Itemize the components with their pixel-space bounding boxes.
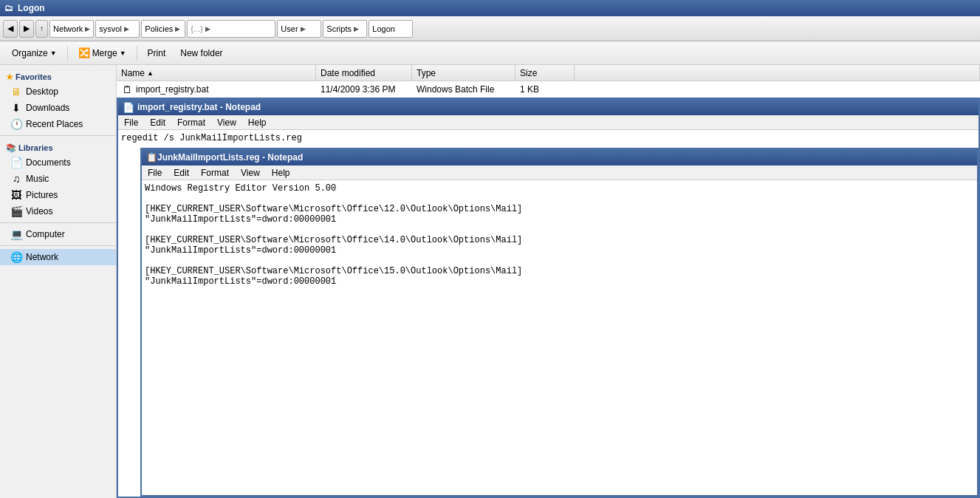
file-area: Name ▲ Date modified Type Size 🗒 import_… <box>117 65 980 498</box>
notepad-menubar-2: File Edit Format View Help <box>142 166 977 180</box>
sidebar-item-documents[interactable]: 📄 Documents <box>0 154 116 171</box>
notepad-menubar-1: File Edit Format View Help <box>118 115 979 130</box>
breadcrumb-sysvol-label: sysvol <box>99 24 122 33</box>
col-header-date[interactable]: Date modified <box>316 65 412 81</box>
col-header-name[interactable]: Name ▲ <box>117 65 316 81</box>
sidebar-item-computer[interactable]: 💻 Computer <box>0 226 116 242</box>
sidebar-item-network[interactable]: 🌐 Network <box>0 249 116 265</box>
music-label: Music <box>26 174 49 184</box>
organize-button[interactable]: Organize ▼ <box>6 44 63 62</box>
sidebar-item-music[interactable]: ♫ Music <box>0 171 116 187</box>
new-folder-label: New folder <box>180 48 222 58</box>
notepad-menu-edit-2[interactable]: Edit <box>168 166 195 180</box>
col-size-label: Size <box>520 68 537 78</box>
breadcrumb-user-label: User <box>281 24 298 33</box>
libraries-label: Libraries <box>18 143 52 152</box>
col-type-label: Type <box>417 68 436 78</box>
notepad-content-2[interactable]: Windows Registry Editor Version 5.00 [HK… <box>142 180 977 495</box>
libraries-icon: 📚 <box>6 143 16 152</box>
computer-icon: 💻 <box>10 228 22 240</box>
breadcrumb-network[interactable]: Network ▶ <box>49 20 94 38</box>
notepad-window-1[interactable]: 📄 import_registry.bat - Notepad File Edi… <box>117 98 980 498</box>
notepad-menu-help-2[interactable]: Help <box>266 166 296 180</box>
videos-icon: 🎬 <box>10 205 22 217</box>
breadcrumb-scripts[interactable]: Scripts ▶ <box>323 20 367 38</box>
computer-label: Computer <box>26 229 65 239</box>
breadcrumb: Network ▶ sysvol ▶ Policies ▶ {...} ▶ Us… <box>49 20 977 38</box>
col-header-size[interactable]: Size <box>515 65 575 81</box>
breadcrumb-logon[interactable]: Logon <box>369 20 413 38</box>
notepad-menu-view-2[interactable]: View <box>235 166 266 180</box>
star-icon: ★ <box>6 72 13 81</box>
file-date-0: 11/4/2009 3:36 PM <box>316 84 412 95</box>
breadcrumb-logon-label: Logon <box>372 24 395 33</box>
notepad-menu-format-2[interactable]: Format <box>195 166 235 180</box>
videos-label: Videos <box>26 206 52 216</box>
sidebar: ★ Favorites 🖥 Desktop ⬇ Downloads 🕐 Rece… <box>0 65 117 498</box>
file-size-0: 1 KB <box>515 84 575 95</box>
breadcrumb-arrow3: ▶ <box>175 25 180 33</box>
sidebar-item-recent[interactable]: 🕐 Recent Places <box>0 116 116 132</box>
recent-icon: 🕐 <box>10 118 22 130</box>
notepad-icon-2: 📋 <box>146 152 157 163</box>
network-icon: 🌐 <box>10 251 22 263</box>
breadcrumb-arrow6: ▶ <box>354 25 359 33</box>
breadcrumb-sysvol[interactable]: sysvol ▶ <box>95 20 140 38</box>
sidebar-divider1 <box>0 135 116 136</box>
sidebar-item-downloads[interactable]: ⬇ Downloads <box>0 100 116 116</box>
back-button[interactable]: ◀ <box>3 20 18 38</box>
documents-label: Documents <box>26 157 71 168</box>
breadcrumb-arrow2: ▶ <box>124 25 129 33</box>
notepad-help-label-2: Help <box>272 168 290 178</box>
notepad-menu-help-1[interactable]: Help <box>242 115 273 129</box>
downloads-icon: ⬇ <box>10 102 22 114</box>
print-button[interactable]: Print <box>142 44 172 62</box>
notepad-view-label-1: View <box>217 117 236 128</box>
new-folder-button[interactable]: New folder <box>174 44 228 62</box>
breadcrumb-user[interactable]: User ▶ <box>277 20 321 38</box>
column-headers: Name ▲ Date modified Type Size <box>117 65 980 81</box>
notepad-icon-1: 📄 <box>123 102 134 113</box>
merge-label: Merge <box>92 48 117 58</box>
merge-button[interactable]: 🔀 Merge ▼ <box>72 44 132 62</box>
notepad-menu-file-2[interactable]: File <box>142 166 168 180</box>
notepad-window-2[interactable]: 📋 JunkMailImportLists.reg - Notepad File… <box>140 148 979 497</box>
notepad-menu-file-1[interactable]: File <box>118 115 144 129</box>
favorites-header[interactable]: ★ Favorites <box>0 68 116 83</box>
libraries-header[interactable]: 📚 Libraries <box>0 139 116 154</box>
breadcrumb-policies[interactable]: Policies ▶ <box>141 20 185 38</box>
merge-icon: 🔀 <box>78 47 90 58</box>
music-icon: ♫ <box>10 173 22 185</box>
sidebar-item-pictures[interactable]: 🖼 Pictures <box>0 187 116 203</box>
notepad-edit-label-2: Edit <box>174 168 189 178</box>
up-button[interactable]: ↑ <box>35 20 48 38</box>
notepad-menu-view-1[interactable]: View <box>211 115 242 129</box>
merge-arrow: ▼ <box>120 50 126 57</box>
notepad-title-1: 📄 import_registry.bat - Notepad <box>118 99 979 115</box>
bat-file-icon: 🗒 <box>121 83 133 95</box>
sidebar-item-videos[interactable]: 🎬 Videos <box>0 203 116 219</box>
breadcrumb-domain[interactable]: {...} ▶ <box>187 20 275 38</box>
notepad-title-2: 📋 JunkMailImportLists.reg - Notepad <box>142 149 977 166</box>
notepad-help-label-1: Help <box>248 117 267 128</box>
recent-label: Recent Places <box>26 119 83 129</box>
desktop-label: Desktop <box>26 86 58 97</box>
col-header-rest <box>575 65 980 81</box>
window-icon: 🗂 <box>4 3 15 13</box>
breadcrumb-scripts-label: Scripts <box>326 24 352 33</box>
notepad-menu-edit-1[interactable]: Edit <box>144 115 171 129</box>
table-row[interactable]: 🗒 import_registry.bat 11/4/2009 3:36 PM … <box>117 81 980 98</box>
col-header-type[interactable]: Type <box>412 65 515 81</box>
breadcrumb-policies-label: Policies <box>145 24 173 33</box>
separator1 <box>67 46 68 61</box>
sidebar-divider3 <box>0 245 116 246</box>
notepad-view-label-2: View <box>241 168 260 178</box>
sidebar-item-desktop[interactable]: 🖥 Desktop <box>0 83 116 100</box>
forward-button[interactable]: ▶ <box>19 20 34 38</box>
breadcrumb-arrow4: ▶ <box>205 25 210 33</box>
pictures-icon: 🖼 <box>10 189 22 201</box>
breadcrumb-network-label: Network <box>53 24 83 33</box>
network-label: Network <box>26 252 58 262</box>
notepad-menu-format-1[interactable]: Format <box>171 115 211 129</box>
documents-icon: 📄 <box>10 157 22 168</box>
